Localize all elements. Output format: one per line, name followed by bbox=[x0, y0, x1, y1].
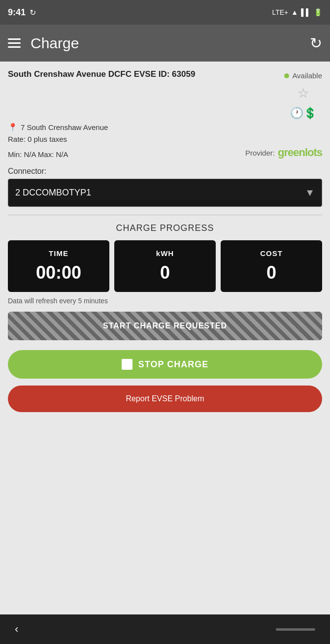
stop-charge-label: STOP CHARGE bbox=[138, 359, 208, 370]
station-rate: Rate: 0 plus taxes bbox=[8, 135, 67, 143]
cost-card: COST 0 bbox=[221, 240, 322, 292]
refresh-button[interactable]: ↻ bbox=[310, 34, 322, 52]
station-detail-left: South Crenshaw Avenue DCFC EVSE ID: 6305… bbox=[8, 69, 284, 81]
back-button[interactable]: ‹ bbox=[15, 623, 18, 636]
charge-progress-title: CHARGE PROGRESS bbox=[8, 223, 322, 233]
bottom-nav: ‹ bbox=[0, 614, 330, 644]
kwh-label: kWH bbox=[156, 249, 174, 258]
station-address: 7 South Crenshaw Avenue bbox=[21, 123, 108, 131]
connector-dropdown[interactable]: 2 DCCOMBOTYP1 ▼ bbox=[8, 179, 322, 207]
status-sync-icon: ↻ bbox=[30, 8, 36, 17]
time-label: TIME bbox=[49, 249, 68, 258]
stop-square-icon bbox=[122, 359, 132, 370]
status-bar: 9:41 ↻ LTE+ ▲ ▌▌ 🔋 bbox=[0, 0, 330, 25]
signal-icon: ▲ bbox=[291, 8, 298, 16]
status-badge: Available bbox=[284, 71, 322, 80]
station-detail-row: South Crenshaw Avenue DCFC EVSE ID: 6305… bbox=[8, 69, 322, 120]
connector-selected: 2 DCCOMBOTYP1 bbox=[15, 188, 91, 198]
kwh-card: kWH 0 bbox=[114, 240, 216, 292]
lte-label: LTE+ bbox=[272, 8, 288, 16]
status-text: Available bbox=[292, 71, 322, 80]
status-bar-right: LTE+ ▲ ▌▌ 🔋 bbox=[272, 8, 322, 16]
station-rate-row: Rate: 0 plus taxes bbox=[8, 135, 322, 143]
cost-label: COST bbox=[260, 249, 283, 258]
time-card: TIME 00:00 bbox=[8, 240, 109, 292]
kwh-value: 0 bbox=[160, 262, 170, 283]
page-title: Charge bbox=[31, 35, 79, 52]
clock-cost-icon: 🕐💲 bbox=[290, 107, 317, 120]
status-bar-left: 9:41 ↻ bbox=[8, 7, 36, 18]
battery-icon: 🔋 bbox=[314, 8, 322, 16]
report-problem-label: Report EVSE Problem bbox=[126, 394, 204, 403]
connector-label: Connector: bbox=[8, 167, 322, 176]
divider bbox=[8, 215, 322, 215]
home-indicator[interactable] bbox=[276, 628, 315, 631]
progress-cards: TIME 00:00 kWH 0 COST 0 bbox=[8, 240, 322, 292]
stop-charge-button[interactable]: STOP CHARGE bbox=[8, 350, 322, 379]
station-minmax: Min: N/A Max: N/A bbox=[8, 150, 68, 159]
start-charge-label: START CHARGE REQUESTED bbox=[103, 322, 227, 330]
provider-label: Provider: bbox=[245, 149, 275, 157]
header: Charge ↻ bbox=[0, 25, 330, 62]
cost-value: 0 bbox=[266, 262, 276, 283]
station-detail-right: Available ☆ 🕐💲 bbox=[284, 69, 322, 120]
chevron-down-icon: ▼ bbox=[305, 187, 315, 198]
refresh-note: Data will refresh every 5 minutes bbox=[8, 297, 322, 305]
station-name: South Crenshaw Avenue DCFC EVSE ID: 6305… bbox=[8, 69, 195, 79]
provider-logo: greenlots bbox=[278, 146, 322, 159]
time-value: 00:00 bbox=[36, 262, 81, 283]
header-left: Charge bbox=[8, 35, 79, 52]
station-address-row: 📍 7 South Crenshaw Avenue bbox=[8, 123, 322, 132]
favorite-icon[interactable]: ☆ bbox=[297, 86, 309, 101]
report-problem-button[interactable]: Report EVSE Problem bbox=[8, 386, 322, 412]
status-time: 9:41 bbox=[8, 7, 26, 18]
start-charge-button[interactable]: START CHARGE REQUESTED bbox=[8, 312, 322, 340]
vibrate-icon: ▌▌ bbox=[301, 8, 311, 16]
main-content: South Crenshaw Avenue DCFC EVSE ID: 6305… bbox=[0, 62, 330, 614]
menu-button[interactable] bbox=[8, 38, 21, 48]
location-icon: 📍 bbox=[8, 123, 18, 132]
provider-row: Provider: greenlots bbox=[245, 146, 322, 159]
status-dot bbox=[284, 73, 289, 78]
station-header: South Crenshaw Avenue DCFC EVSE ID: 6305… bbox=[8, 69, 284, 79]
